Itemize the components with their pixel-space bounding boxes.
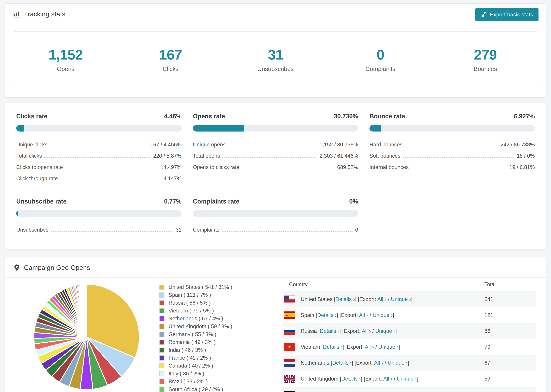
export-all-link[interactable]: All ›: [377, 296, 386, 302]
campaign-geo-opens-card: Campaign Geo Opens United States ( 541 /…: [5, 257, 546, 392]
legend-item-united-states[interactable]: United States ( 541 / 31% ): [159, 284, 232, 290]
stats-summary-row: 1,152Opens167Clicks31Unsubscribes0Compla…: [13, 31, 538, 87]
export-all-link[interactable]: All ›: [383, 376, 392, 382]
legend-item-romania[interactable]: Romania ( 49 / 3% ): [159, 339, 232, 345]
rate-row-label: Opens to clicks rate: [193, 164, 239, 170]
rate-row: Total opens2,303 / 61.446%: [193, 150, 358, 162]
country-cell: United States [Details ›] [Export: All ›…: [301, 296, 484, 302]
export-all-link[interactable]: All ›: [374, 360, 383, 366]
stat-value: 1,152: [13, 47, 118, 63]
details-link[interactable]: Details ›: [323, 344, 342, 350]
page: Tracking stats Export basic stats 1,152O…: [0, 0, 551, 392]
bar-chart-icon: [13, 10, 21, 18]
export-unique-link[interactable]: Unique ›: [391, 296, 411, 302]
rate-percent: 4.46%: [164, 113, 182, 120]
export-unique-link[interactable]: Unique ›: [373, 312, 393, 318]
rate-title: Complaints rate: [193, 198, 239, 205]
country-cell: Vietnam [Details ›] [Export: All › / Uni…: [301, 344, 484, 350]
dotted-leader: [44, 157, 151, 158]
legend-swatch: [159, 324, 164, 329]
rate-block-bounce-rate: Bounce rate6.927%Hard bounces242 / 86.73…: [369, 113, 535, 184]
rate-row-label: Unique opens: [193, 142, 226, 148]
legend-item-russia[interactable]: Russia ( 86 / 5% ): [159, 300, 232, 306]
stat-label: Unsubscribes: [223, 65, 328, 72]
rate-percent: 0%: [349, 198, 358, 205]
dotted-leader: [403, 157, 514, 158]
rate-row: Click through rate4.147%: [16, 173, 182, 184]
rate-progress-bar: [16, 210, 182, 217]
country-cell: Russia [Details ›] [Export: All › / Uniq…: [301, 328, 484, 334]
export-unique-link[interactable]: Unique ›: [397, 376, 417, 382]
legend-label: Spain ( 121 / 7% ): [169, 292, 211, 298]
export-all-link[interactable]: All ›: [362, 328, 371, 334]
legend-item-spain[interactable]: Spain ( 121 / 7% ): [159, 292, 232, 298]
flag-icon-us: [284, 295, 295, 303]
stat-label: Clicks: [118, 65, 223, 72]
legend-item-india[interactable]: India ( 46 / 3% ): [159, 347, 232, 353]
total-cell: 121: [484, 312, 536, 318]
stat-box-clicks: 167Clicks: [118, 32, 223, 87]
export-icon: [481, 12, 487, 18]
legend-item-netherlands[interactable]: Netherlands ( 67 / 4% ): [159, 315, 232, 322]
rate-row: Internal bounces19 / 6.81%: [369, 162, 535, 173]
legend-item-united-kingdom[interactable]: United Kingdom ( 59 / 3% ): [159, 323, 232, 329]
table-row-germany: Germany [Details ›] [Export: All › / Uni…: [283, 387, 536, 392]
export-all-link[interactable]: All ›: [365, 344, 374, 350]
export-unique-link[interactable]: Unique ›: [388, 360, 408, 366]
rate-row-value: 242 / 86.738%: [501, 142, 535, 148]
rates-card: Clicks rate4.46%Unique clicks167 / 4.456…: [5, 103, 546, 249]
export-unique-link[interactable]: Unique ›: [378, 344, 398, 350]
legend-swatch: [159, 355, 164, 361]
flag-icon-vn: [284, 343, 295, 351]
legend-item-vietnam[interactable]: Vietnam ( 79 / 5% ): [159, 308, 232, 314]
details-link[interactable]: Details ›: [317, 312, 337, 318]
export-all-link[interactable]: All ›: [359, 312, 368, 318]
legend-item-canada[interactable]: Canada ( 40 / 2% ): [159, 363, 232, 369]
rate-block-complaints-rate: Complaints rate0%Complaints0: [193, 198, 358, 236]
dotted-leader: [222, 157, 317, 158]
legend-item-italy[interactable]: Italy ( 36 / 2% ): [159, 371, 232, 377]
details-link[interactable]: Details ›: [332, 360, 352, 366]
rate-row-label: Clicks to opens rate: [16, 164, 63, 170]
rate-row: Clicks to opens rate14.497%: [16, 162, 182, 173]
rate-row-label: Soft bounces: [369, 153, 400, 159]
export-unique-link[interactable]: Unique ›: [375, 328, 395, 334]
export-basic-stats-button[interactable]: Export basic stats: [475, 8, 538, 21]
rate-title: Opens rate: [193, 113, 225, 120]
legend-swatch: [159, 363, 164, 368]
legend-item-france[interactable]: France ( 42 / 2% ): [159, 355, 232, 361]
rate-row-label: Total clicks: [16, 153, 42, 159]
geo-opens-title: Campaign Geo Opens: [24, 264, 90, 271]
geo-table-header: Country Total: [283, 278, 536, 291]
legend-item-south-africa[interactable]: South Africa ( 29 / 2% ): [159, 386, 232, 392]
rate-row-label: Unsubscribes: [16, 227, 49, 233]
legend-item-germany[interactable]: Germany ( 55 / 3% ): [159, 331, 232, 337]
legend-item-brazil[interactable]: Brazil ( 33 / 2% ): [159, 378, 232, 385]
rate-row-value: 14.497%: [161, 164, 182, 170]
rate-row-value: 2,303 / 61.446%: [319, 153, 358, 159]
rate-row-label: Total opens: [193, 153, 220, 159]
dotted-leader: [242, 169, 335, 169]
details-link[interactable]: Details ›: [341, 376, 361, 382]
legend-swatch: [159, 387, 164, 392]
rate-progress-bar: [193, 125, 358, 132]
table-row-russia: Russia [Details ›] [Export: All › / Uniq…: [283, 323, 536, 339]
total-cell: 86: [484, 328, 536, 334]
geo-opens-pie-chart[interactable]: [31, 281, 142, 392]
legend-label: Russia ( 86 / 5% ): [169, 300, 211, 306]
rate-block-opens-rate: Opens rate30.736%Unique opens1,152 / 30.…: [193, 113, 358, 184]
legend-swatch: [159, 332, 164, 337]
legend-swatch: [159, 308, 164, 313]
details-link[interactable]: Details ›: [320, 328, 339, 334]
legend-swatch: [159, 285, 164, 290]
legend-label: Canada ( 40 / 2% ): [169, 363, 213, 369]
rate-row-value: 31: [176, 227, 182, 233]
details-link[interactable]: Details ›: [335, 296, 355, 302]
dotted-leader: [222, 231, 353, 231]
rate-progress-bar: [369, 125, 535, 132]
rate-row-value: 4.147%: [164, 175, 182, 182]
rate-row-label: Hard bounces: [369, 142, 403, 148]
country-column-header: Country: [289, 281, 308, 287]
map-pin-icon: [13, 264, 21, 271]
rate-title: Clicks rate: [16, 113, 47, 120]
